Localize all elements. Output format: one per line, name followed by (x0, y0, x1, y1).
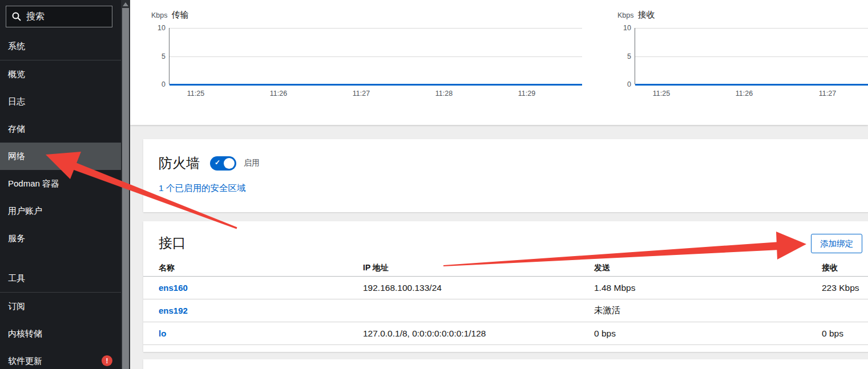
interface-sending: 0 bps (594, 329, 822, 339)
interface-link-ens192[interactable]: ens192 (159, 306, 188, 315)
network-graphs-section: Kbps传输 10 5 0 11:25 11:26 11:27 11:28 11… (130, 0, 868, 125)
sidebar-item-software-updates[interactable]: 软件更新 ! (0, 347, 121, 369)
column-header-name: 名称 (143, 263, 363, 273)
y-tick: 10 (608, 24, 631, 32)
sidebar-gap (0, 252, 121, 265)
y-tick: 5 (143, 52, 165, 60)
gridline (635, 28, 868, 29)
y-tick: 0 (143, 80, 165, 88)
x-tick: 11:25 (644, 90, 679, 98)
sidebar-item-overview[interactable]: 概览 (0, 60, 121, 88)
sidebar-item-label: 内核转储 (8, 329, 42, 339)
sidebar-item-accounts[interactable]: 用户账户 (0, 197, 121, 225)
vertical-scrollbar[interactable] (121, 0, 130, 369)
firewall-zones-link[interactable]: 1 个已启用的安全区域 (159, 183, 245, 194)
transmit-chart-unit: Kbps (151, 11, 168, 19)
updates-alert-badge: ! (102, 355, 112, 366)
interfaces-card: 接口 添加绑定 名称 IP 地址 发送 接收 ens160 192.168.10… (143, 221, 868, 352)
table-row[interactable]: lo 127.0.0.1/8, 0:0:0:0:0:0:0:1/128 0 bp… (143, 322, 868, 345)
table-row[interactable]: ens160 192.168.100.133/24 1.48 Mbps 223 … (143, 277, 868, 299)
sidebar-item-system[interactable]: 系统 (0, 33, 121, 60)
interface-ip: 192.168.100.133/24 (363, 283, 594, 293)
sidebar-nav: 系统 概览 日志 存储 网络 Podman 容器 用户账户 服务 工具 订阅 内… (0, 33, 121, 369)
gridline (635, 56, 868, 57)
gridline (169, 28, 582, 29)
sidebar-item-kdump[interactable]: 内核转储 (0, 320, 121, 347)
toggle-check-icon: ✓ (215, 159, 220, 167)
firewall-card: 防火墙 ✓ 启用 1 个已启用的安全区域 (143, 139, 868, 212)
sidebar-item-label: 订阅 (8, 301, 25, 312)
main-content: Kbps传输 10 5 0 11:25 11:26 11:27 11:28 11… (130, 0, 868, 369)
sidebar-item-label: 软件更新 (8, 356, 42, 367)
sidebar-item-subscriptions[interactable]: 订阅 (0, 293, 121, 320)
x-tick: 11:28 (427, 90, 461, 98)
sidebar-item-podman[interactable]: Podman 容器 (0, 170, 121, 197)
receive-data-line (635, 84, 868, 86)
firewall-state-label: 启用 (244, 158, 260, 168)
y-tick: 0 (608, 80, 631, 88)
column-header-receiving: 接收 (822, 263, 868, 273)
x-tick: 11:26 (261, 90, 296, 98)
table-header-row: 名称 IP 地址 发送 接收 (143, 260, 868, 277)
sidebar-item-label: 网络 (8, 151, 25, 162)
receive-chart-unit: Kbps (617, 11, 634, 19)
transmit-chart-title: Kbps传输 (151, 10, 189, 21)
sidebar-item-label: 用户账户 (8, 206, 42, 217)
cockpit-window: 系统 概览 日志 存储 网络 Podman 容器 用户账户 服务 工具 订阅 内… (0, 0, 868, 369)
firewall-toggle[interactable]: ✓ (210, 156, 236, 171)
next-card-partial (143, 359, 868, 369)
x-tick: 11:29 (510, 90, 544, 98)
sidebar-item-tools[interactable]: 工具 (0, 265, 121, 292)
sidebar-item-services[interactable]: 服务 (0, 225, 121, 252)
x-tick: 11:27 (810, 90, 845, 98)
firewall-title: 防火墙 (159, 154, 200, 172)
interface-link-lo[interactable]: lo (159, 329, 166, 338)
interfaces-title: 接口 (159, 234, 186, 252)
interface-receiving: 0 bps (822, 329, 868, 339)
sidebar-item-storage[interactable]: 存储 (0, 115, 121, 143)
toggle-knob (224, 158, 235, 169)
sidebar-item-label: Podman 容器 (8, 179, 59, 189)
gridline (169, 56, 582, 57)
sidebar: 系统 概览 日志 存储 网络 Podman 容器 用户账户 服务 工具 订阅 内… (0, 0, 121, 369)
sidebar-item-network[interactable]: 网络 (0, 143, 121, 170)
transmit-data-line (169, 84, 582, 86)
interface-ip: 127.0.0.1/8, 0:0:0:0:0:0:0:1/128 (363, 329, 594, 339)
sidebar-item-label: 工具 (8, 273, 25, 284)
table-row[interactable]: ens192 未激活 (143, 299, 868, 322)
column-header-sending: 发送 (594, 263, 822, 273)
interface-link-ens160[interactable]: ens160 (159, 283, 188, 293)
column-header-ip: IP 地址 (363, 263, 594, 273)
y-tick: 5 (608, 52, 631, 60)
add-bond-button[interactable]: 添加绑定 (811, 234, 862, 253)
receive-chart-title: Kbps接收 (617, 10, 655, 21)
sidebar-item-logs[interactable]: 日志 (0, 88, 121, 115)
search-icon (12, 12, 21, 21)
sidebar-item-label: 概览 (8, 69, 25, 80)
transmit-chart-plot: 10 5 0 11:25 11:26 11:27 11:28 11:29 (169, 28, 582, 84)
x-tick: 11:26 (727, 90, 761, 98)
sidebar-item-label: 存储 (8, 124, 25, 135)
x-tick: 11:27 (344, 90, 378, 98)
scroll-up-arrow-icon[interactable] (123, 2, 128, 6)
interface-sending: 1.48 Mbps (594, 283, 822, 293)
interface-sending: 未激活 (594, 305, 822, 317)
receive-chart-plot: 10 5 0 11:25 11:26 11:27 (635, 28, 868, 84)
interfaces-table: 名称 IP 地址 发送 接收 ens160 192.168.100.133/24… (143, 260, 868, 345)
sidebar-item-label: 服务 (8, 233, 25, 244)
scrollbar-thumb[interactable] (122, 8, 129, 369)
x-tick: 11:25 (179, 90, 213, 98)
sidebar-search[interactable] (6, 6, 112, 27)
search-input[interactable] (26, 11, 106, 22)
sidebar-item-label: 日志 (8, 96, 25, 107)
interface-receiving: 223 Kbps (822, 283, 868, 293)
y-tick: 10 (143, 24, 165, 32)
sidebar-item-label: 系统 (8, 41, 25, 52)
